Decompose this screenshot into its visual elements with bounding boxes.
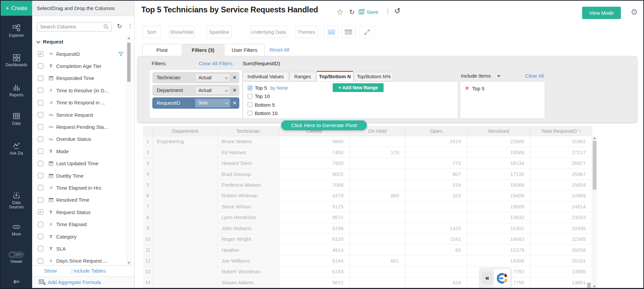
refresh-columns-icon[interactable]: ↻ — [116, 23, 123, 30]
show-link[interactable]: Show — [44, 268, 57, 274]
search-columns-input[interactable] — [40, 23, 100, 31]
column-item[interactable]: .#Time to Respond in ... — [32, 97, 126, 109]
column-item[interactable]: ✓TRequest Status — [32, 206, 126, 218]
tab-pivot[interactable]: Pivot — [142, 44, 182, 56]
favorite-star-icon[interactable]: ☆ — [336, 7, 344, 17]
option-checkbox[interactable] — [248, 94, 252, 99]
column-item[interactable]: 17Responded Time — [32, 72, 126, 84]
columns-menu-icon[interactable]: ⋮ — [127, 22, 132, 31]
aggregation-select[interactable]: Sum — [195, 99, 230, 107]
columns-scrollbar-thumb[interactable] — [127, 42, 131, 82]
sidebar-item-more[interactable]: More — [1, 223, 32, 236]
column-checkbox[interactable] — [38, 161, 43, 166]
view-mode-button[interactable]: View Mode — [582, 7, 621, 19]
table-header-open[interactable]: Open — [405, 126, 467, 136]
column-checkbox[interactable] — [38, 88, 43, 93]
column-item[interactable]: Y/NService Request — [32, 109, 126, 121]
aggregation-select[interactable]: Actual — [195, 73, 230, 82]
column-item[interactable]: TCompletion Age Tier — [32, 60, 126, 72]
option-checkbox[interactable] — [248, 102, 252, 107]
toolbar-underlying-data-button[interactable]: Underlying Data — [250, 26, 287, 38]
collapse-panel-button[interactable] — [359, 26, 375, 38]
column-checkbox[interactable] — [38, 136, 43, 142]
by-none-link[interactable]: by None — [270, 85, 288, 91]
table-header-rownum[interactable] — [143, 126, 153, 136]
filter-chip-technician[interactable]: TechnicianActual✕ — [152, 72, 239, 83]
column-checkbox[interactable] — [38, 63, 43, 69]
undo-icon[interactable]: ↺ — [394, 7, 400, 15]
column-item[interactable]: .#Time Elapsed in Hrs — [32, 182, 126, 194]
sidebar-item-data-sources[interactable]: DataSources — [1, 191, 32, 209]
table-header-technician[interactable]: Technician — [218, 126, 279, 136]
filter-chip-requestid[interactable]: RequestIDSum✕ — [152, 97, 239, 109]
column-item[interactable]: #Time to Resolve (in D... — [32, 84, 126, 96]
column-checkbox[interactable] — [38, 258, 43, 264]
column-item[interactable]: Y/NOverdue Status — [32, 133, 126, 145]
column-item[interactable]: TMode — [32, 145, 126, 157]
sidebar-item-data[interactable]: Data — [1, 112, 32, 126]
include-tables-link[interactable]: Include Tables — [74, 268, 106, 274]
column-item[interactable]: #Time Elapsed — [32, 218, 126, 230]
value-tab-top-bottom-n[interactable]: Top/Bottom N — [317, 71, 353, 81]
table-view-blue-button[interactable] — [324, 26, 338, 38]
clear-all-link[interactable]: Clear All — [525, 73, 544, 79]
column-checkbox[interactable] — [38, 149, 43, 154]
settings-gear-icon[interactable]: ⚙ — [631, 7, 638, 17]
columns-scrollbar[interactable] — [127, 35, 131, 265]
column-item[interactable]: TSLA — [32, 243, 126, 255]
sidebar-item-ask-zia[interactable]: Ask Zia — [1, 142, 32, 156]
column-item[interactable]: Y/NRequest Pending Sta... — [32, 121, 126, 133]
sidebar-item-reports[interactable]: Reports — [1, 84, 32, 97]
remove-item-icon[interactable]: ✕ — [465, 85, 469, 91]
table-scrollbar-thumb[interactable] — [593, 141, 596, 190]
generate-pivot-button[interactable]: Click Here to Generate Pivot — [281, 120, 367, 130]
collapse-sidebar-icon[interactable]: ⇐ — [1, 278, 32, 286]
viewer-toggle[interactable]: OFF — [9, 252, 24, 258]
include-items-dropdown[interactable]: Include Items — [461, 73, 491, 79]
column-checkbox[interactable]: ✓ — [38, 209, 43, 215]
add-aggregate-bar[interactable]: Σ Add Aggregate Formula — [32, 276, 134, 288]
table-horizontal-scrollbar[interactable] — [587, 283, 591, 288]
column-checkbox[interactable] — [38, 197, 43, 203]
column-checkbox[interactable] — [38, 173, 43, 178]
column-item[interactable]: 17Last Updated Time — [32, 158, 126, 170]
column-item[interactable]: 17Resolved Time — [32, 194, 126, 206]
filter-chip-department[interactable]: DepartmentActual✕ — [152, 85, 239, 96]
column-checkbox[interactable] — [38, 76, 43, 81]
sidebar-item-dashboards[interactable]: Dashboards — [1, 54, 32, 67]
toolbar-sort-button[interactable]: Sort — [142, 26, 161, 38]
column-item[interactable]: TCategory — [32, 230, 126, 243]
remove-filter-icon[interactable]: ✕ — [232, 87, 237, 93]
column-item[interactable]: ✓*#RequestID — [32, 48, 126, 60]
scroll-up-icon[interactable] — [128, 36, 130, 39]
option-bottom-5[interactable]: Bottom 5 — [248, 102, 275, 108]
remove-filter-icon[interactable]: ✕ — [232, 100, 237, 106]
option-checkbox[interactable]: ✓ — [248, 86, 252, 90]
sidebar-item-viewer[interactable]: OFF Viewer — [1, 252, 32, 264]
column-checkbox[interactable] — [38, 246, 43, 251]
column-checkbox[interactable] — [38, 234, 43, 239]
option-top-10[interactable]: Top 10 — [248, 93, 270, 99]
option-bottom-10[interactable]: Bottom 10 — [248, 110, 277, 116]
option-checkbox[interactable] — [248, 111, 252, 115]
table-header-department[interactable]: Department — [153, 126, 218, 136]
table-vertical-scrollbar[interactable] — [592, 136, 597, 289]
column-checkbox[interactable] — [38, 185, 43, 190]
tab-filters[interactable]: Filters (3) — [182, 44, 224, 56]
scroll-down-icon[interactable] — [128, 262, 130, 264]
column-checkbox[interactable] — [38, 112, 43, 117]
add-aggregate-formula-link[interactable]: Add Aggregate Formula — [48, 279, 101, 285]
toolbar-sparkline-button[interactable]: Sparkline — [207, 26, 232, 38]
table-header-resolved[interactable]: Resolved — [467, 126, 531, 136]
column-checkbox[interactable] — [38, 100, 43, 105]
column-group-request[interactable]: Request — [37, 38, 63, 46]
toolbar-show-hide-button[interactable]: Show/Hide — [169, 26, 194, 38]
tab-user-filters[interactable]: User Filters — [224, 44, 265, 56]
option-top-5[interactable]: ✓Top 5by None — [248, 85, 288, 91]
zoho-analytics-logo[interactable] — [494, 269, 510, 287]
create-button[interactable]: + Create — [1, 1, 32, 16]
remove-filter-icon[interactable]: ✕ — [232, 75, 237, 81]
table-header-total-requestid[interactable]: Total RequestID↑ — [531, 126, 592, 136]
refresh-report-icon[interactable]: ↻ — [349, 8, 355, 16]
table-scroll-up-icon[interactable] — [593, 137, 596, 139]
